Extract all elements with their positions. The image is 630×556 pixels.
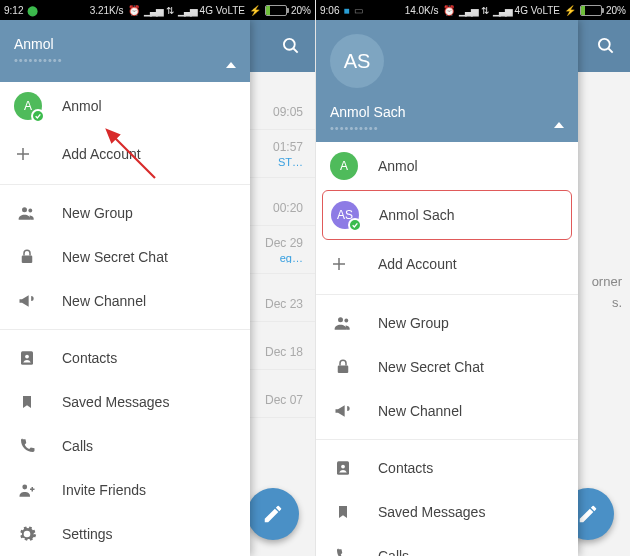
status-net: 4G VoLTE bbox=[200, 5, 245, 16]
drawer-header[interactable]: Anmol •••••••••• bbox=[0, 20, 250, 82]
svg-point-13 bbox=[599, 39, 610, 50]
signal-icon: ▁▃▅ bbox=[144, 5, 162, 16]
drawer-account-name: Anmol Sach bbox=[330, 104, 564, 120]
menu-new-secret-chat[interactable]: New Secret Chat bbox=[0, 235, 250, 279]
menu-saved-messages[interactable]: Saved Messages bbox=[316, 490, 578, 534]
search-icon[interactable] bbox=[281, 36, 301, 56]
avatar: A bbox=[14, 92, 42, 120]
lock-icon bbox=[16, 248, 38, 266]
divider bbox=[0, 184, 250, 185]
menu-calls[interactable]: Calls bbox=[316, 534, 578, 556]
svg-point-9 bbox=[22, 485, 27, 490]
plus-icon bbox=[14, 145, 42, 163]
contacts-icon bbox=[332, 459, 354, 477]
status-net: 4G VoLTE bbox=[515, 5, 560, 16]
svg-line-14 bbox=[609, 49, 613, 53]
highlight-annotation: AS Anmol Sach bbox=[322, 190, 572, 240]
divider bbox=[0, 329, 250, 330]
notif-icon: ■ bbox=[343, 5, 349, 16]
charging-icon: ⚡ bbox=[564, 5, 576, 16]
svg-point-5 bbox=[28, 209, 32, 213]
nav-drawer: Anmol •••••••••• A Anmol Add Account bbox=[0, 20, 250, 556]
drawer-header[interactable]: AS Anmol Sach •••••••••• bbox=[316, 20, 578, 142]
menu-invite-friends[interactable]: Invite Friends bbox=[0, 468, 250, 512]
account-item-anmol[interactable]: A Anmol bbox=[0, 82, 250, 130]
avatar: AS bbox=[331, 201, 359, 229]
alarm-icon: ⏰ bbox=[128, 5, 140, 16]
menu-new-group[interactable]: New Group bbox=[0, 191, 250, 235]
phone-icon bbox=[332, 547, 354, 556]
status-time: 9:06 bbox=[320, 5, 339, 16]
add-account-button[interactable]: Add Account bbox=[316, 240, 578, 288]
nav-drawer: AS Anmol Sach •••••••••• A Anmol AS bbox=[316, 20, 578, 556]
menu-contacts[interactable]: Contacts bbox=[0, 336, 250, 380]
drawer-account-name: Anmol bbox=[14, 36, 236, 52]
svg-point-0 bbox=[284, 39, 295, 50]
svg-point-17 bbox=[338, 317, 343, 322]
compose-fab[interactable] bbox=[247, 488, 299, 540]
group-icon bbox=[16, 203, 38, 223]
group-icon bbox=[332, 313, 354, 333]
battery-icon bbox=[580, 5, 602, 16]
account-label: Anmol bbox=[62, 98, 102, 114]
avatar-large: AS bbox=[330, 34, 384, 88]
add-account-label: Add Account bbox=[378, 256, 457, 272]
signal-icon-2: ▁▃▅ bbox=[178, 5, 196, 16]
phone-icon bbox=[16, 437, 38, 455]
active-check-icon bbox=[31, 109, 45, 123]
megaphone-icon bbox=[16, 291, 38, 311]
svg-point-21 bbox=[341, 465, 345, 469]
status-bar: 9:12 ⬤ 3.21K/s ⏰ ▁▃▅ ⇅ ▁▃▅ 4G VoLTE ⚡ 20… bbox=[0, 0, 315, 20]
bookmark-icon bbox=[332, 503, 354, 521]
account-item-anmol[interactable]: A Anmol bbox=[316, 142, 578, 190]
signal-icon-2: ▁▃▅ bbox=[493, 5, 511, 16]
drawer-account-phone: •••••••••• bbox=[330, 122, 564, 134]
contacts-icon bbox=[16, 349, 38, 367]
svg-line-1 bbox=[294, 49, 298, 53]
drawer-account-phone: •••••••••• bbox=[14, 54, 236, 66]
menu-new-secret-chat[interactable]: New Secret Chat bbox=[316, 345, 578, 389]
updown-icon: ⇅ bbox=[166, 5, 174, 16]
screenshot-right: 9:06 ■ ▭ 14.0K/s ⏰ ▁▃▅ ⇅ ▁▃▅ 4G VoLTE ⚡ … bbox=[315, 0, 630, 556]
menu-new-channel[interactable]: New Channel bbox=[316, 389, 578, 433]
person-add-icon bbox=[16, 481, 38, 499]
account-label: Anmol Sach bbox=[379, 207, 454, 223]
whatsapp-icon: ⬤ bbox=[27, 5, 38, 16]
divider bbox=[316, 294, 578, 295]
charging-icon: ⚡ bbox=[249, 5, 261, 16]
alarm-icon: ⏰ bbox=[443, 5, 455, 16]
menu-contacts[interactable]: Contacts bbox=[316, 446, 578, 490]
battery-icon bbox=[265, 5, 287, 16]
status-battery: 20% bbox=[606, 5, 626, 16]
status-speed: 14.0K/s bbox=[405, 5, 439, 16]
status-time: 9:12 bbox=[4, 5, 23, 16]
search-icon[interactable] bbox=[596, 36, 616, 56]
active-check-icon bbox=[348, 218, 362, 232]
svg-rect-19 bbox=[338, 366, 349, 374]
plus-icon bbox=[330, 255, 358, 273]
menu-settings[interactable]: Settings bbox=[0, 512, 250, 556]
chevron-up-icon[interactable] bbox=[554, 122, 564, 128]
menu-calls[interactable]: Calls bbox=[0, 424, 250, 468]
screenshot-left: 9:12 ⬤ 3.21K/s ⏰ ▁▃▅ ⇅ ▁▃▅ 4G VoLTE ⚡ 20… bbox=[0, 0, 315, 556]
svg-point-18 bbox=[344, 319, 348, 323]
gear-icon bbox=[16, 524, 38, 544]
chevron-up-icon[interactable] bbox=[226, 62, 236, 68]
menu-new-channel[interactable]: New Channel bbox=[0, 279, 250, 323]
updown-icon: ⇅ bbox=[481, 5, 489, 16]
menu-saved-messages[interactable]: Saved Messages bbox=[0, 380, 250, 424]
lock-icon bbox=[332, 358, 354, 376]
menu-new-group[interactable]: New Group bbox=[316, 301, 578, 345]
avatar: A bbox=[330, 152, 358, 180]
megaphone-icon bbox=[332, 401, 354, 421]
status-speed: 3.21K/s bbox=[90, 5, 124, 16]
account-item-anmol-sach[interactable]: AS Anmol Sach bbox=[323, 191, 571, 239]
svg-rect-6 bbox=[22, 256, 33, 264]
signal-icon: ▁▃▅ bbox=[459, 5, 477, 16]
svg-point-8 bbox=[25, 355, 29, 359]
add-account-button[interactable]: Add Account bbox=[0, 130, 250, 178]
account-label: Anmol bbox=[378, 158, 418, 174]
divider bbox=[316, 439, 578, 440]
notif-icon-2: ▭ bbox=[354, 5, 363, 16]
bookmark-icon bbox=[16, 393, 38, 411]
